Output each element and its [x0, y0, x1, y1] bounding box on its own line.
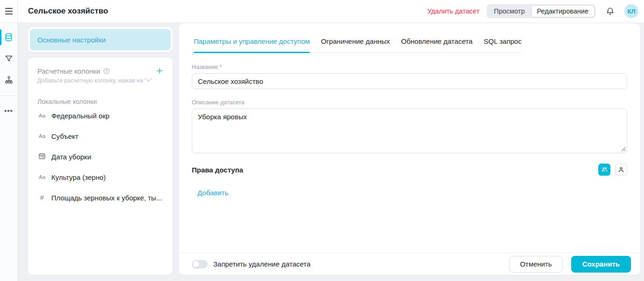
name-field-label: Название * — [192, 64, 627, 70]
string-type-icon: Аа — [37, 133, 47, 139]
rail-item-dataset-sources[interactable] — [0, 27, 18, 48]
tab-params-access[interactable]: Параметры и управление доступом — [194, 35, 310, 52]
left-icon-rail: ••• — [0, 22, 18, 281]
user-avatar[interactable]: КЛ — [624, 4, 638, 18]
user-group-icon — [601, 166, 608, 173]
bell-icon — [606, 7, 615, 16]
cancel-button[interactable]: Отменить — [509, 256, 563, 273]
rail-divider — [0, 96, 18, 96]
hierarchy-icon — [4, 75, 14, 85]
dataset-name-input[interactable] — [192, 73, 627, 89]
settings-tabs: Параметры и управление доступом Ограниче… — [194, 35, 522, 53]
sidebar-item-main-settings[interactable]: Основные настройки — [30, 29, 171, 50]
plus-icon — [156, 67, 163, 75]
tab-dataset-refresh[interactable]: Обновление датасета — [401, 35, 473, 52]
settings-footer: Запретить удаление датасета Отменить Сох… — [179, 253, 640, 275]
column-item[interactable]: Дата уборки — [37, 146, 164, 167]
mode-edit-button[interactable]: Редактирование — [531, 5, 595, 17]
column-item[interactable]: Аа Субъект — [37, 126, 164, 146]
dataset-settings-panel: Параметры и управление доступом Ограниче… — [179, 23, 640, 275]
calendar-icon — [37, 152, 47, 161]
dataset-description-textarea[interactable]: Уборка яровых — [192, 109, 627, 153]
mode-view-button[interactable]: Просмотр — [488, 5, 531, 17]
column-item[interactable]: Аа Культура (зерно) — [37, 167, 164, 187]
more-dots-icon: ••• — [4, 107, 13, 115]
columns-card: Расчетные колонки Добавьте расчетную кол… — [28, 58, 173, 275]
calc-columns-hint: Добавьте расчетную колонку, нажав на “+” — [37, 77, 164, 84]
delete-dataset-link[interactable]: Удалить датасет — [427, 7, 480, 15]
description-field-label: Описание датасета — [192, 99, 627, 106]
number-type-icon: # — [37, 194, 47, 201]
tab-data-restriction[interactable]: Ограничение данных — [321, 35, 390, 52]
notifications-button[interactable] — [603, 4, 617, 18]
user-icon — [617, 166, 625, 173]
rail-item-more[interactable]: ••• — [0, 100, 18, 121]
string-type-icon: Аа — [37, 113, 47, 118]
add-permission-link[interactable]: Добавить — [197, 189, 228, 197]
column-item[interactable]: Аа Федеральный окр — [37, 105, 164, 126]
database-icon — [4, 33, 14, 42]
permissions-users-button[interactable] — [615, 164, 627, 176]
column-item[interactable]: # Площадь зерновых к уборке, ты... — [37, 187, 164, 208]
forbid-deletion-label: Запретить удаление датасета — [213, 260, 310, 268]
forbid-deletion-toggle[interactable] — [192, 260, 208, 268]
local-columns-header: Локальные колонки — [37, 98, 164, 105]
rail-item-filters[interactable] — [0, 48, 18, 69]
filter-icon — [4, 54, 14, 63]
main-settings-card: Основные настройки — [28, 27, 173, 52]
permissions-label: Права доступа — [192, 166, 243, 174]
top-header: Сельское хозяйство Удалить датасет Просм… — [0, 0, 644, 22]
calc-columns-title: Расчетные колонки — [37, 67, 110, 75]
permissions-groups-button[interactable] — [598, 164, 610, 176]
help-circle-icon[interactable] — [103, 68, 110, 75]
page-title: Сельское хозяйство — [28, 7, 108, 16]
mode-switch: Просмотр Редактирование — [487, 4, 595, 18]
rail-item-hierarchy[interactable] — [0, 69, 18, 91]
tab-sql-query[interactable]: SQL запрос — [484, 35, 522, 52]
string-type-icon: Аа — [37, 174, 47, 180]
hamburger-icon — [5, 8, 13, 14]
save-button[interactable]: Сохранить — [571, 256, 631, 273]
add-calc-column-button[interactable] — [155, 66, 164, 75]
hamburger-menu-button[interactable] — [0, 0, 18, 22]
